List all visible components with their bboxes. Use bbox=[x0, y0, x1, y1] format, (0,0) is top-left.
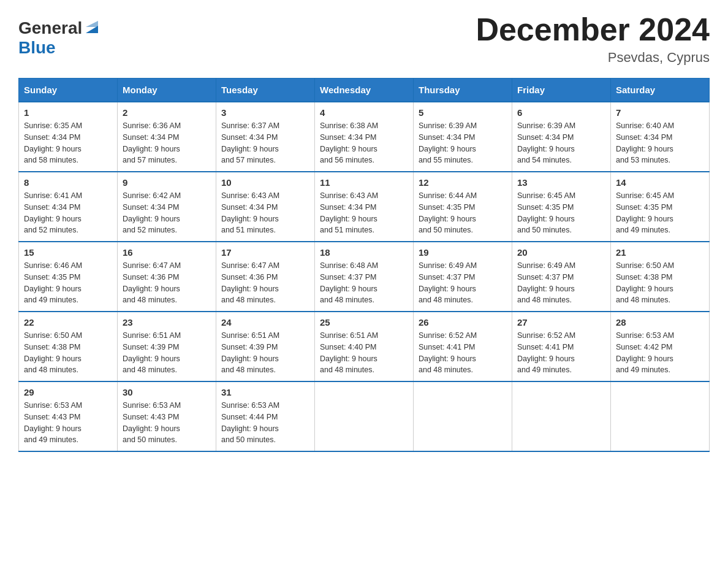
calendar-cell: 7 Sunrise: 6:40 AM Sunset: 4:34 PM Dayli… bbox=[611, 102, 710, 172]
day-info: Sunrise: 6:49 AM Sunset: 4:37 PM Dayligh… bbox=[419, 260, 507, 306]
day-number: 4 bbox=[320, 107, 408, 118]
day-number: 20 bbox=[517, 247, 605, 258]
calendar-table: SundayMondayTuesdayWednesdayThursdayFrid… bbox=[18, 78, 710, 452]
day-info: Sunrise: 6:45 AM Sunset: 4:35 PM Dayligh… bbox=[517, 190, 605, 236]
calendar-cell: 19 Sunrise: 6:49 AM Sunset: 4:37 PM Dayl… bbox=[414, 242, 512, 312]
page-subtitle: Psevdas, Cyprus bbox=[476, 50, 710, 66]
calendar-cell: 30 Sunrise: 6:53 AM Sunset: 4:43 PM Dayl… bbox=[118, 381, 216, 451]
svg-marker-1 bbox=[86, 21, 98, 27]
calendar-cell: 27 Sunrise: 6:52 AM Sunset: 4:41 PM Dayl… bbox=[512, 312, 611, 381]
calendar-cell: 25 Sunrise: 6:51 AM Sunset: 4:40 PM Dayl… bbox=[315, 312, 414, 381]
day-info: Sunrise: 6:48 AM Sunset: 4:37 PM Dayligh… bbox=[320, 260, 408, 306]
day-number: 31 bbox=[221, 387, 309, 397]
col-header-monday: Monday bbox=[118, 79, 216, 102]
day-info: Sunrise: 6:38 AM Sunset: 4:34 PM Dayligh… bbox=[320, 120, 408, 166]
calendar-cell: 5 Sunrise: 6:39 AM Sunset: 4:34 PM Dayli… bbox=[414, 102, 512, 172]
col-header-friday: Friday bbox=[512, 79, 611, 102]
calendar-cell bbox=[414, 381, 512, 451]
calendar-cell: 2 Sunrise: 6:36 AM Sunset: 4:34 PM Dayli… bbox=[118, 102, 216, 172]
calendar-cell: 13 Sunrise: 6:45 AM Sunset: 4:35 PM Dayl… bbox=[512, 172, 611, 242]
calendar-cell: 29 Sunrise: 6:53 AM Sunset: 4:43 PM Dayl… bbox=[19, 381, 118, 451]
calendar-cell: 9 Sunrise: 6:42 AM Sunset: 4:34 PM Dayli… bbox=[118, 172, 216, 242]
calendar-week-5: 29 Sunrise: 6:53 AM Sunset: 4:43 PM Dayl… bbox=[19, 381, 710, 451]
calendar-cell: 3 Sunrise: 6:37 AM Sunset: 4:34 PM Dayli… bbox=[216, 102, 315, 172]
day-info: Sunrise: 6:52 AM Sunset: 4:41 PM Dayligh… bbox=[517, 330, 605, 376]
calendar-cell bbox=[315, 381, 414, 451]
calendar-header-row: SundayMondayTuesdayWednesdayThursdayFrid… bbox=[19, 79, 710, 102]
day-number: 26 bbox=[419, 317, 507, 327]
day-number: 21 bbox=[616, 247, 704, 258]
calendar-cell: 15 Sunrise: 6:46 AM Sunset: 4:35 PM Dayl… bbox=[19, 242, 118, 312]
calendar-week-2: 8 Sunrise: 6:41 AM Sunset: 4:34 PM Dayli… bbox=[19, 172, 710, 242]
day-number: 28 bbox=[616, 317, 704, 327]
day-number: 3 bbox=[221, 107, 309, 118]
day-info: Sunrise: 6:50 AM Sunset: 4:38 PM Dayligh… bbox=[616, 260, 704, 306]
day-info: Sunrise: 6:51 AM Sunset: 4:39 PM Dayligh… bbox=[123, 330, 211, 376]
calendar-cell: 22 Sunrise: 6:50 AM Sunset: 4:38 PM Dayl… bbox=[19, 312, 118, 381]
title-section: December 2024 Psevdas, Cyprus bbox=[476, 12, 710, 66]
day-info: Sunrise: 6:39 AM Sunset: 4:34 PM Dayligh… bbox=[517, 120, 605, 166]
page-header: General Blue December 2024 Psevdas, Cypr… bbox=[18, 12, 710, 66]
col-header-sunday: Sunday bbox=[19, 79, 118, 102]
calendar-cell: 17 Sunrise: 6:47 AM Sunset: 4:36 PM Dayl… bbox=[216, 242, 315, 312]
day-number: 2 bbox=[123, 107, 211, 118]
logo-triangle-icon bbox=[83, 18, 100, 36]
calendar-cell: 10 Sunrise: 6:43 AM Sunset: 4:34 PM Dayl… bbox=[216, 172, 315, 242]
col-header-tuesday: Tuesday bbox=[216, 79, 315, 102]
day-number: 23 bbox=[123, 317, 211, 327]
day-info: Sunrise: 6:37 AM Sunset: 4:34 PM Dayligh… bbox=[221, 120, 309, 166]
calendar-cell: 18 Sunrise: 6:48 AM Sunset: 4:37 PM Dayl… bbox=[315, 242, 414, 312]
day-number: 13 bbox=[517, 177, 605, 188]
col-header-thursday: Thursday bbox=[414, 79, 512, 102]
calendar-cell bbox=[611, 381, 710, 451]
calendar-cell: 1 Sunrise: 6:35 AM Sunset: 4:34 PM Dayli… bbox=[19, 102, 118, 172]
day-number: 16 bbox=[123, 247, 211, 258]
day-number: 27 bbox=[517, 317, 605, 327]
day-number: 9 bbox=[123, 177, 211, 188]
day-info: Sunrise: 6:42 AM Sunset: 4:34 PM Dayligh… bbox=[123, 190, 211, 236]
col-header-saturday: Saturday bbox=[611, 79, 710, 102]
day-info: Sunrise: 6:35 AM Sunset: 4:34 PM Dayligh… bbox=[24, 120, 112, 166]
calendar-cell: 6 Sunrise: 6:39 AM Sunset: 4:34 PM Dayli… bbox=[512, 102, 611, 172]
day-info: Sunrise: 6:49 AM Sunset: 4:37 PM Dayligh… bbox=[517, 260, 605, 306]
day-info: Sunrise: 6:52 AM Sunset: 4:41 PM Dayligh… bbox=[419, 330, 507, 376]
day-info: Sunrise: 6:36 AM Sunset: 4:34 PM Dayligh… bbox=[123, 120, 211, 166]
day-info: Sunrise: 6:40 AM Sunset: 4:34 PM Dayligh… bbox=[616, 120, 704, 166]
day-info: Sunrise: 6:51 AM Sunset: 4:39 PM Dayligh… bbox=[221, 330, 309, 376]
day-number: 24 bbox=[221, 317, 309, 327]
calendar-cell: 23 Sunrise: 6:51 AM Sunset: 4:39 PM Dayl… bbox=[118, 312, 216, 381]
day-number: 30 bbox=[123, 387, 211, 397]
calendar-cell: 20 Sunrise: 6:49 AM Sunset: 4:37 PM Dayl… bbox=[512, 242, 611, 312]
calendar-cell: 14 Sunrise: 6:45 AM Sunset: 4:35 PM Dayl… bbox=[611, 172, 710, 242]
logo-general-text: General bbox=[18, 18, 82, 38]
calendar-week-1: 1 Sunrise: 6:35 AM Sunset: 4:34 PM Dayli… bbox=[19, 102, 710, 172]
calendar-cell: 26 Sunrise: 6:52 AM Sunset: 4:41 PM Dayl… bbox=[414, 312, 512, 381]
calendar-cell: 24 Sunrise: 6:51 AM Sunset: 4:39 PM Dayl… bbox=[216, 312, 315, 381]
day-number: 5 bbox=[419, 107, 507, 118]
day-number: 18 bbox=[320, 247, 408, 258]
day-number: 14 bbox=[616, 177, 704, 188]
day-number: 12 bbox=[419, 177, 507, 188]
col-header-wednesday: Wednesday bbox=[315, 79, 414, 102]
day-info: Sunrise: 6:47 AM Sunset: 4:36 PM Dayligh… bbox=[123, 260, 211, 306]
day-info: Sunrise: 6:50 AM Sunset: 4:38 PM Dayligh… bbox=[24, 330, 112, 376]
day-info: Sunrise: 6:44 AM Sunset: 4:35 PM Dayligh… bbox=[419, 190, 507, 236]
logo: General Blue bbox=[18, 18, 100, 58]
day-number: 22 bbox=[24, 317, 112, 327]
day-number: 10 bbox=[221, 177, 309, 188]
day-number: 1 bbox=[24, 107, 112, 118]
day-number: 11 bbox=[320, 177, 408, 188]
day-number: 29 bbox=[24, 387, 112, 397]
day-info: Sunrise: 6:45 AM Sunset: 4:35 PM Dayligh… bbox=[616, 190, 704, 236]
day-info: Sunrise: 6:41 AM Sunset: 4:34 PM Dayligh… bbox=[24, 190, 112, 236]
day-number: 17 bbox=[221, 247, 309, 258]
page-title: December 2024 bbox=[476, 12, 710, 47]
day-info: Sunrise: 6:43 AM Sunset: 4:34 PM Dayligh… bbox=[221, 190, 309, 236]
day-info: Sunrise: 6:53 AM Sunset: 4:42 PM Dayligh… bbox=[616, 330, 704, 376]
day-number: 8 bbox=[24, 177, 112, 188]
day-info: Sunrise: 6:46 AM Sunset: 4:35 PM Dayligh… bbox=[24, 260, 112, 306]
calendar-cell bbox=[512, 381, 611, 451]
calendar-week-3: 15 Sunrise: 6:46 AM Sunset: 4:35 PM Dayl… bbox=[19, 242, 710, 312]
calendar-cell: 16 Sunrise: 6:47 AM Sunset: 4:36 PM Dayl… bbox=[118, 242, 216, 312]
day-info: Sunrise: 6:53 AM Sunset: 4:43 PM Dayligh… bbox=[24, 400, 112, 446]
